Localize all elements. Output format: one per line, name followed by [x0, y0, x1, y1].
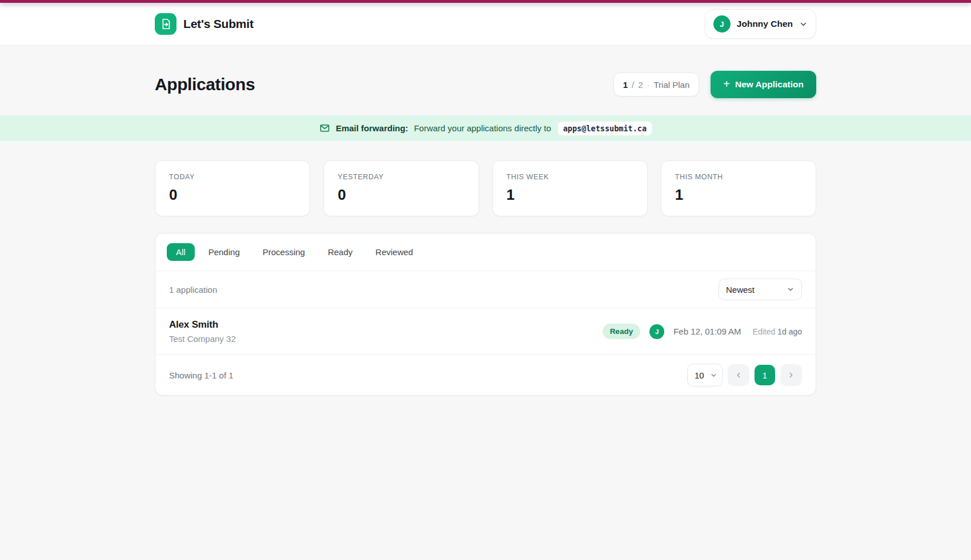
stat-value: 1 — [675, 186, 802, 204]
stat-label: THIS MONTH — [675, 173, 802, 181]
plan-used-count: 1 — [623, 80, 628, 90]
chevron-down-icon — [787, 285, 795, 293]
user-name: Johnny Chen — [737, 19, 793, 29]
stats-row: TODAY 0 YESTERDAY 0 THIS WEEK 1 THIS MON… — [155, 160, 816, 216]
application-count: 1 application — [169, 285, 217, 295]
tab-pending[interactable]: Pending — [199, 243, 249, 261]
user-avatar: J — [713, 15, 731, 33]
stat-card-today: TODAY 0 — [155, 160, 310, 216]
stat-label: TODAY — [169, 173, 296, 181]
assignee-avatar: J — [649, 324, 664, 339]
top-accent-bar — [0, 0, 971, 3]
new-application-button[interactable]: + New Application — [711, 71, 816, 98]
applications-card: All Pending Processing Ready Reviewed 1 … — [155, 233, 816, 396]
applicant-name: Alex Smith — [169, 319, 236, 331]
chevron-down-icon — [799, 20, 808, 29]
email-forwarding-banner: Email forwarding: Forward your applicati… — [0, 115, 971, 141]
page-title-row: Applications 1 / 2 · Trial Plan + New Ap… — [155, 46, 816, 115]
brand-name: Let's Submit — [183, 17, 254, 31]
list-header: 1 application Newest — [155, 271, 816, 308]
tab-processing[interactable]: Processing — [254, 243, 314, 261]
chevron-down-icon — [710, 372, 717, 379]
edited-ago: 1d ago — [777, 327, 802, 336]
forwarding-email[interactable]: apps@letssubmit.ca — [558, 122, 652, 135]
mail-icon — [319, 123, 330, 134]
stat-card-this-month: THIS MONTH 1 — [661, 160, 816, 216]
new-application-label: New Application — [735, 79, 804, 90]
app-header: Let's Submit J Johnny Chen — [0, 3, 971, 46]
page-size-value: 10 — [695, 370, 704, 380]
user-menu[interactable]: J Johnny Chen — [705, 9, 816, 39]
stat-value: 0 — [169, 186, 296, 204]
stat-value: 0 — [338, 186, 464, 204]
applicant-company: Test Company 32 — [169, 334, 236, 344]
banner-text: Forward your applications directly to — [414, 123, 551, 133]
plan-separator: / — [632, 80, 634, 90]
plan-usage-pill: 1 / 2 · Trial Plan — [613, 72, 700, 96]
stat-label: THIS WEEK — [507, 173, 633, 181]
stat-card-this-week: THIS WEEK 1 — [492, 160, 648, 216]
sort-select-value: Newest — [726, 285, 755, 295]
banner-bold-text: Email forwarding: — [336, 123, 408, 133]
application-date: Feb 12, 01:09 AM — [673, 327, 741, 336]
plan-total-count: 2 — [638, 80, 643, 90]
edited-label: Edited — [753, 327, 776, 336]
tab-reviewed[interactable]: Reviewed — [366, 243, 422, 261]
page-1-button[interactable]: 1 — [755, 365, 775, 385]
status-badge: Ready — [603, 324, 641, 339]
edited-timestamp: Edited 1d ago — [753, 327, 802, 336]
tab-ready[interactable]: Ready — [319, 243, 362, 261]
sort-select[interactable]: Newest — [719, 279, 802, 300]
plan-label: Trial Plan — [654, 80, 690, 90]
stat-label: YESTERDAY — [338, 173, 464, 181]
page-size-select[interactable]: 10 — [687, 364, 723, 386]
pagination-footer: Showing 1-1 of 1 10 1 — [155, 355, 816, 395]
prev-page-button[interactable] — [728, 364, 749, 386]
status-tabs: All Pending Processing Ready Reviewed — [155, 233, 816, 271]
application-row[interactable]: Alex Smith Test Company 32 Ready J Feb 1… — [155, 308, 816, 355]
chevron-left-icon — [735, 371, 743, 379]
applicant-info: Alex Smith Test Company 32 — [169, 319, 236, 344]
plan-dot: · — [647, 80, 650, 90]
chevron-right-icon — [787, 371, 795, 379]
stat-card-yesterday: YESTERDAY 0 — [323, 160, 479, 216]
document-arrow-icon — [155, 13, 176, 35]
stat-value: 1 — [507, 186, 633, 204]
tab-all[interactable]: All — [167, 243, 195, 261]
next-page-button[interactable] — [780, 364, 802, 386]
pagination-summary: Showing 1-1 of 1 — [169, 370, 234, 380]
plus-icon: + — [723, 78, 730, 90]
page-title: Applications — [155, 75, 255, 94]
brand-logo[interactable]: Let's Submit — [155, 13, 254, 35]
